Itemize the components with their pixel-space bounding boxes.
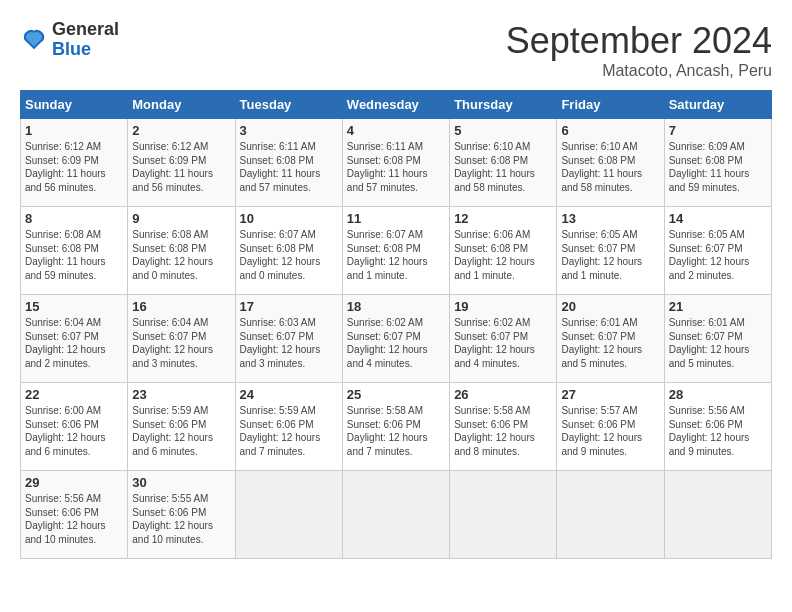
day-number: 9 [132,211,230,226]
calendar-cell: 25Sunrise: 5:58 AMSunset: 6:06 PMDayligh… [342,383,449,471]
day-number: 21 [669,299,767,314]
calendar-cell: 23Sunrise: 5:59 AMSunset: 6:06 PMDayligh… [128,383,235,471]
calendar-cell [235,471,342,559]
calendar-cell: 2Sunrise: 6:12 AMSunset: 6:09 PMDaylight… [128,119,235,207]
location: Matacoto, Ancash, Peru [506,62,772,80]
day-info: Sunrise: 6:02 AMSunset: 6:07 PMDaylight:… [347,316,445,370]
col-header-saturday: Saturday [664,91,771,119]
calendar-cell [450,471,557,559]
day-info: Sunrise: 6:01 AMSunset: 6:07 PMDaylight:… [561,316,659,370]
calendar-cell: 8Sunrise: 6:08 AMSunset: 6:08 PMDaylight… [21,207,128,295]
calendar-cell [664,471,771,559]
day-info: Sunrise: 6:11 AMSunset: 6:08 PMDaylight:… [347,140,445,194]
calendar-cell: 4Sunrise: 6:11 AMSunset: 6:08 PMDaylight… [342,119,449,207]
day-info: Sunrise: 6:02 AMSunset: 6:07 PMDaylight:… [454,316,552,370]
day-number: 28 [669,387,767,402]
col-header-monday: Monday [128,91,235,119]
calendar-cell: 10Sunrise: 6:07 AMSunset: 6:08 PMDayligh… [235,207,342,295]
day-info: Sunrise: 6:12 AMSunset: 6:09 PMDaylight:… [132,140,230,194]
day-number: 29 [25,475,123,490]
day-number: 8 [25,211,123,226]
calendar-cell: 30Sunrise: 5:55 AMSunset: 6:06 PMDayligh… [128,471,235,559]
day-number: 26 [454,387,552,402]
calendar-week-row: 1Sunrise: 6:12 AMSunset: 6:09 PMDaylight… [21,119,772,207]
logo-text: General Blue [52,20,119,60]
logo: General Blue [20,20,119,60]
day-info: Sunrise: 5:55 AMSunset: 6:06 PMDaylight:… [132,492,230,546]
calendar-cell: 18Sunrise: 6:02 AMSunset: 6:07 PMDayligh… [342,295,449,383]
calendar-cell: 27Sunrise: 5:57 AMSunset: 6:06 PMDayligh… [557,383,664,471]
calendar-cell: 22Sunrise: 6:00 AMSunset: 6:06 PMDayligh… [21,383,128,471]
calendar-cell: 24Sunrise: 5:59 AMSunset: 6:06 PMDayligh… [235,383,342,471]
col-header-wednesday: Wednesday [342,91,449,119]
day-number: 7 [669,123,767,138]
day-number: 22 [25,387,123,402]
day-number: 23 [132,387,230,402]
logo-blue: Blue [52,39,91,59]
day-info: Sunrise: 6:08 AMSunset: 6:08 PMDaylight:… [25,228,123,282]
day-info: Sunrise: 5:59 AMSunset: 6:06 PMDaylight:… [240,404,338,458]
day-info: Sunrise: 6:07 AMSunset: 6:08 PMDaylight:… [347,228,445,282]
day-info: Sunrise: 6:10 AMSunset: 6:08 PMDaylight:… [454,140,552,194]
day-info: Sunrise: 6:05 AMSunset: 6:07 PMDaylight:… [669,228,767,282]
calendar-cell: 6Sunrise: 6:10 AMSunset: 6:08 PMDaylight… [557,119,664,207]
day-info: Sunrise: 6:06 AMSunset: 6:08 PMDaylight:… [454,228,552,282]
calendar-body: 1Sunrise: 6:12 AMSunset: 6:09 PMDaylight… [21,119,772,559]
day-info: Sunrise: 6:01 AMSunset: 6:07 PMDaylight:… [669,316,767,370]
calendar-cell: 13Sunrise: 6:05 AMSunset: 6:07 PMDayligh… [557,207,664,295]
day-number: 15 [25,299,123,314]
day-info: Sunrise: 6:03 AMSunset: 6:07 PMDaylight:… [240,316,338,370]
calendar-cell: 29Sunrise: 5:56 AMSunset: 6:06 PMDayligh… [21,471,128,559]
day-info: Sunrise: 6:04 AMSunset: 6:07 PMDaylight:… [132,316,230,370]
calendar-cell: 11Sunrise: 6:07 AMSunset: 6:08 PMDayligh… [342,207,449,295]
calendar-cell: 7Sunrise: 6:09 AMSunset: 6:08 PMDaylight… [664,119,771,207]
calendar-cell: 12Sunrise: 6:06 AMSunset: 6:08 PMDayligh… [450,207,557,295]
col-header-thursday: Thursday [450,91,557,119]
calendar-cell [342,471,449,559]
day-number: 27 [561,387,659,402]
calendar-cell: 17Sunrise: 6:03 AMSunset: 6:07 PMDayligh… [235,295,342,383]
day-info: Sunrise: 6:11 AMSunset: 6:08 PMDaylight:… [240,140,338,194]
day-info: Sunrise: 5:56 AMSunset: 6:06 PMDaylight:… [25,492,123,546]
day-number: 14 [669,211,767,226]
day-number: 11 [347,211,445,226]
calendar-cell: 3Sunrise: 6:11 AMSunset: 6:08 PMDaylight… [235,119,342,207]
calendar-cell: 15Sunrise: 6:04 AMSunset: 6:07 PMDayligh… [21,295,128,383]
col-header-friday: Friday [557,91,664,119]
calendar-cell: 16Sunrise: 6:04 AMSunset: 6:07 PMDayligh… [128,295,235,383]
calendar-cell: 21Sunrise: 6:01 AMSunset: 6:07 PMDayligh… [664,295,771,383]
day-info: Sunrise: 5:57 AMSunset: 6:06 PMDaylight:… [561,404,659,458]
calendar-header-row: SundayMondayTuesdayWednesdayThursdayFrid… [21,91,772,119]
day-number: 25 [347,387,445,402]
day-info: Sunrise: 5:58 AMSunset: 6:06 PMDaylight:… [347,404,445,458]
day-number: 5 [454,123,552,138]
day-number: 4 [347,123,445,138]
calendar-cell [557,471,664,559]
day-info: Sunrise: 6:12 AMSunset: 6:09 PMDaylight:… [25,140,123,194]
day-number: 2 [132,123,230,138]
day-info: Sunrise: 5:59 AMSunset: 6:06 PMDaylight:… [132,404,230,458]
day-number: 19 [454,299,552,314]
calendar-cell: 1Sunrise: 6:12 AMSunset: 6:09 PMDaylight… [21,119,128,207]
calendar-cell: 26Sunrise: 5:58 AMSunset: 6:06 PMDayligh… [450,383,557,471]
logo-general: General [52,19,119,39]
calendar-cell: 19Sunrise: 6:02 AMSunset: 6:07 PMDayligh… [450,295,557,383]
calendar-week-row: 29Sunrise: 5:56 AMSunset: 6:06 PMDayligh… [21,471,772,559]
calendar-cell: 9Sunrise: 6:08 AMSunset: 6:08 PMDaylight… [128,207,235,295]
day-number: 10 [240,211,338,226]
day-number: 18 [347,299,445,314]
day-info: Sunrise: 6:08 AMSunset: 6:08 PMDaylight:… [132,228,230,282]
day-info: Sunrise: 6:00 AMSunset: 6:06 PMDaylight:… [25,404,123,458]
page-header: General Blue September 2024 Matacoto, An… [20,20,772,80]
day-info: Sunrise: 6:04 AMSunset: 6:07 PMDaylight:… [25,316,123,370]
calendar-cell: 14Sunrise: 6:05 AMSunset: 6:07 PMDayligh… [664,207,771,295]
calendar-cell: 5Sunrise: 6:10 AMSunset: 6:08 PMDaylight… [450,119,557,207]
calendar-week-row: 22Sunrise: 6:00 AMSunset: 6:06 PMDayligh… [21,383,772,471]
day-number: 16 [132,299,230,314]
day-info: Sunrise: 6:05 AMSunset: 6:07 PMDaylight:… [561,228,659,282]
calendar-table: SundayMondayTuesdayWednesdayThursdayFrid… [20,90,772,559]
day-number: 24 [240,387,338,402]
title-block: September 2024 Matacoto, Ancash, Peru [506,20,772,80]
day-info: Sunrise: 6:09 AMSunset: 6:08 PMDaylight:… [669,140,767,194]
calendar-cell: 28Sunrise: 5:56 AMSunset: 6:06 PMDayligh… [664,383,771,471]
